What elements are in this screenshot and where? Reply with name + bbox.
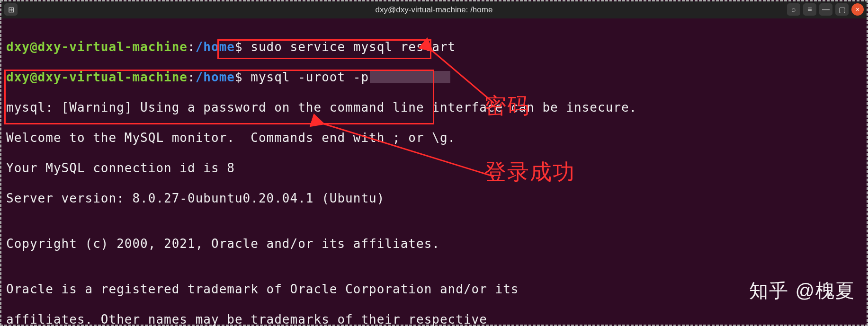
close-icon: × [856,6,859,13]
hamburger-icon: ≡ [807,5,812,14]
command-1: sudo service mysql restart [251,40,456,54]
prompt-line-1: dxy@dxy-virtual-machine:/home$ sudo serv… [6,39,862,54]
output-line: Copyright (c) 2000, 2021, Oracle and/or … [6,236,862,251]
user-host: dxy@dxy-virtual-machine [6,70,188,84]
output-line: Welcome to the MySQL monitor. Commands e… [6,130,862,145]
output-line: mysql: [Warning] Using a password on the… [6,100,862,115]
plus-icon: ⊞ [8,5,14,14]
output-line: Server version: 8.0.27-0ubuntu0.20.04.1 … [6,191,862,206]
minimize-button[interactable]: — [819,3,832,16]
output-line: affiliates. Other names may be trademark… [6,312,862,326]
titlebar: ⊞ dxy@dxy-virtual-machine: /home ⌕ ≡ — ▢… [1,1,867,18]
prompt-line-2: dxy@dxy-virtual-machine:/home$ mysql -ur… [6,70,862,85]
minimize-icon: — [822,5,830,14]
cwd-path: /home [196,70,235,84]
watermark: 知乎 @槐夏 [749,278,855,304]
search-icon: ⌕ [791,5,796,14]
output-line: Oracle is a registered trademark of Orac… [6,282,862,297]
cwd-path: /home [196,40,235,54]
maximize-icon: ▢ [839,5,846,14]
search-button[interactable]: ⌕ [787,3,800,16]
command-2: mysql -uroot -p [251,70,369,84]
annotation-label-login: 登录成功 [484,158,575,187]
maximize-button[interactable]: ▢ [835,3,849,16]
window-title: dxy@dxy-virtual-machine: /home [1,5,867,15]
newtab-button[interactable]: ⊞ [4,3,18,16]
terminal-window: ⊞ dxy@dxy-virtual-machine: /home ⌕ ≡ — ▢… [0,0,868,326]
user-host: dxy@dxy-virtual-machine [6,40,188,54]
password-redacted [370,71,450,83]
output-line: Your MySQL connection id is 8 [6,160,862,176]
terminal-body[interactable]: dxy@dxy-virtual-machine:/home$ sudo serv… [3,18,865,323]
menu-button[interactable]: ≡ [803,3,816,16]
close-button[interactable]: × [851,3,864,16]
annotation-label-password: 密码 [484,91,530,121]
